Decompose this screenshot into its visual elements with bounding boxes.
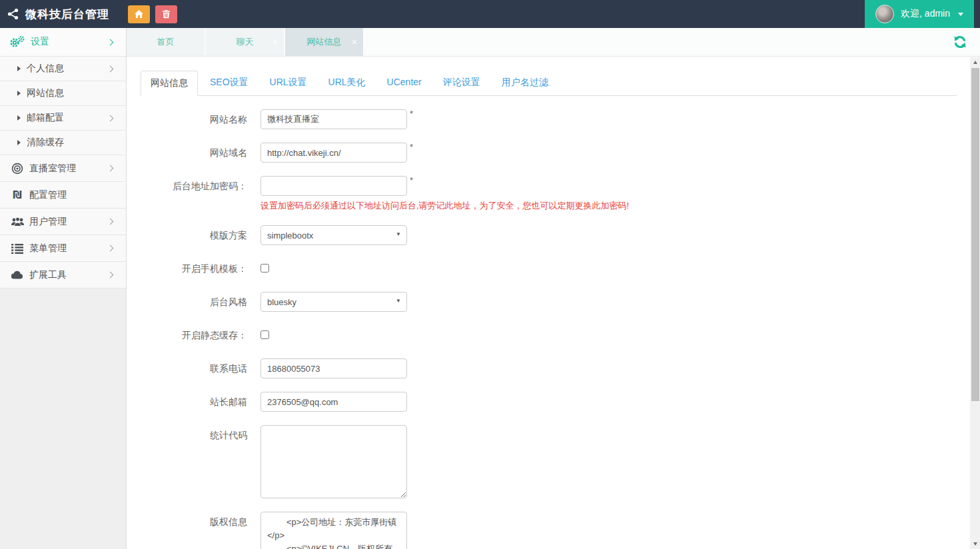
site-domain-input[interactable] xyxy=(260,143,407,163)
app-title: 微科技后台管理 xyxy=(25,7,109,22)
avatar xyxy=(875,5,894,23)
sidebar-item-clear-cache[interactable]: 清除缓存 xyxy=(0,131,126,155)
required-asterisk: * xyxy=(410,176,413,185)
email-label: 站长邮箱 xyxy=(141,392,247,412)
template-select[interactable]: simplebootx xyxy=(260,225,407,245)
site-name-input[interactable] xyxy=(260,109,407,129)
tab-username-filter[interactable]: 用户名过滤 xyxy=(492,71,558,95)
static-cache-checkbox[interactable] xyxy=(260,330,269,339)
window-tab-home[interactable]: 首页 xyxy=(127,28,205,56)
content-tabs: 网站信息 SEO设置 URL设置 URL美化 UCenter 评论设置 用户名过… xyxy=(141,71,957,96)
sidebar-item-label: 用户管理 xyxy=(29,216,108,228)
chevron-right-icon xyxy=(107,165,114,172)
tab-comment-settings[interactable]: 评论设置 xyxy=(434,71,490,95)
phone-input[interactable] xyxy=(260,358,407,378)
shekel-icon: ₪ xyxy=(9,189,26,201)
sidebar-item-config-mgmt[interactable]: ₪ 配置管理 xyxy=(0,182,126,209)
template-label: 模版方案 xyxy=(141,225,247,245)
brand[interactable]: 微科技后台管理 xyxy=(0,7,119,22)
sidebar-item-label: 清除缓存 xyxy=(27,137,126,149)
admin-style-select-wrap: bluesky xyxy=(260,292,407,312)
site-info-form: 网站名称 * 网站域名 * 后台地址加密码： * 设置加密码后必须通过以下地址访… xyxy=(141,109,957,549)
caret-down-icon xyxy=(958,13,963,16)
copyright-textarea[interactable]: <p>公司地址：东莞市厚街镇</p> <p>©VIKEJI.CN，版权所有 xyxy=(260,512,407,549)
chevron-right-icon xyxy=(107,272,114,278)
sidebar-item-label: 配置管理 xyxy=(29,189,126,201)
caret-right-icon xyxy=(17,115,21,121)
mobile-template-checkbox[interactable] xyxy=(260,264,269,273)
bullseye-icon xyxy=(9,163,26,175)
static-cache-label: 开启静态缓存： xyxy=(141,325,247,345)
cloud-icon xyxy=(9,270,26,280)
tab-url-settings[interactable]: URL设置 xyxy=(260,71,316,95)
stats-code-textarea[interactable] xyxy=(260,425,407,498)
users-icon xyxy=(9,217,26,227)
window-tab-label: 网站信息 xyxy=(307,36,342,48)
site-domain-label: 网站域名 xyxy=(141,143,247,163)
stats-code-label: 统计代码 xyxy=(141,425,247,445)
sidebar-item-label: 设置 xyxy=(31,36,108,48)
window-tabstrip: 首页 聊天 × 网站信息 × xyxy=(127,28,980,57)
sidebar-item-extension-tools[interactable]: 扩展工具 xyxy=(0,262,126,288)
admin-password-help: 设置加密码后必须通过以下地址访问后台,请劳记此地址，为了安全，您也可以定期更换此… xyxy=(260,200,629,212)
tab-seo-settings[interactable]: SEO设置 xyxy=(201,71,258,95)
window-tab-chat[interactable]: 聊天 × xyxy=(206,28,284,56)
welcome-text: 欢迎, admin xyxy=(901,8,950,20)
caret-right-icon xyxy=(17,66,21,71)
window-tab-site-info[interactable]: 网站信息 × xyxy=(285,28,363,56)
close-icon[interactable]: × xyxy=(272,37,278,47)
vertical-scrollbar[interactable] xyxy=(970,57,980,549)
admin-style-select[interactable]: bluesky xyxy=(260,292,407,312)
admin-style-label: 后台风格 xyxy=(141,292,247,312)
sidebar-item-settings[interactable]: 设置 xyxy=(0,28,126,57)
chevron-right-icon xyxy=(107,219,114,225)
trash-button[interactable] xyxy=(155,5,177,23)
sidebar-item-label: 直播室管理 xyxy=(29,163,108,175)
sidebar-item-label: 扩展工具 xyxy=(29,269,108,281)
main-content: 网站信息 SEO设置 URL设置 URL美化 UCenter 评论设置 用户名过… xyxy=(127,57,970,549)
site-name-label: 网站名称 xyxy=(141,109,247,129)
tab-site-info[interactable]: 网站信息 xyxy=(141,71,198,96)
triangle-up-icon xyxy=(973,61,977,64)
copyright-label: 版权信息 xyxy=(141,512,247,532)
share-nodes-icon xyxy=(7,7,20,21)
window-tab-label: 聊天 xyxy=(237,36,254,48)
sidebar-item-label: 邮箱配置 xyxy=(27,112,108,124)
admin-password-input[interactable] xyxy=(260,176,407,196)
caret-right-icon xyxy=(17,140,21,145)
triangle-down-icon xyxy=(973,542,977,546)
sidebar-item-label: 个人信息 xyxy=(27,63,108,75)
sidebar-item-liveroom-mgmt[interactable]: 直播室管理 xyxy=(0,155,126,182)
required-asterisk: * xyxy=(410,109,413,119)
email-input[interactable] xyxy=(260,392,407,412)
chevron-right-icon xyxy=(107,245,114,252)
mobile-template-label: 开启手机模板： xyxy=(141,259,247,278)
tab-url-beautify[interactable]: URL美化 xyxy=(319,71,375,95)
list-icon xyxy=(9,243,26,254)
scroll-down-arrow[interactable] xyxy=(970,539,980,549)
close-icon[interactable]: × xyxy=(352,37,357,47)
home-icon xyxy=(134,9,144,19)
topbar: 微科技后台管理 欢迎, admin xyxy=(0,0,980,28)
gears-icon xyxy=(9,36,26,48)
sidebar: 设置 个人信息 网站信息 邮箱配置 清除缓存 直播室管理 ₪ 配置管理 xyxy=(0,28,127,549)
scroll-up-arrow[interactable] xyxy=(970,57,980,67)
sidebar-item-user-mgmt[interactable]: 用户管理 xyxy=(0,209,126,235)
refresh-icon xyxy=(952,34,968,50)
sidebar-item-personal-info[interactable]: 个人信息 xyxy=(0,57,126,81)
sidebar-item-email-config[interactable]: 邮箱配置 xyxy=(0,106,126,131)
admin-password-label: 后台地址加密码： xyxy=(141,176,247,196)
sidebar-item-site-info[interactable]: 网站信息 xyxy=(0,81,126,106)
chevron-right-icon xyxy=(107,65,114,72)
tab-ucenter[interactable]: UCenter xyxy=(378,71,431,95)
refresh-button[interactable] xyxy=(952,34,968,50)
phone-label: 联系电话 xyxy=(141,358,247,378)
home-button[interactable] xyxy=(128,5,150,23)
caret-right-icon xyxy=(17,91,21,96)
sidebar-item-menu-mgmt[interactable]: 菜单管理 xyxy=(0,235,126,262)
chevron-right-icon xyxy=(107,115,114,121)
required-asterisk: * xyxy=(410,143,413,152)
scrollbar-thumb[interactable] xyxy=(971,68,979,401)
user-menu[interactable]: 欢迎, admin xyxy=(865,0,974,28)
sidebar-item-label: 网站信息 xyxy=(27,87,126,99)
